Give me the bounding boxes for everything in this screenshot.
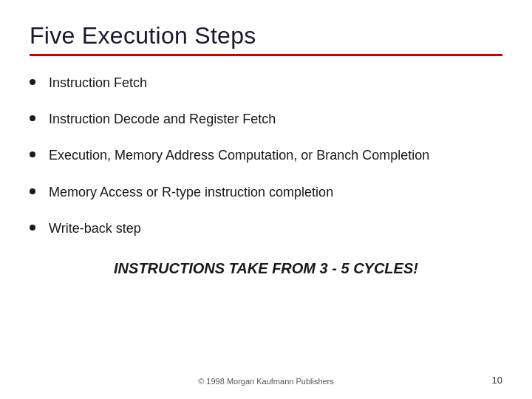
list-item: Instruction Decode and Register Fetch [30,110,502,129]
bullet-dot [30,115,35,121]
list-item: Memory Access or R-type instruction comp… [30,183,502,202]
bullet-text-3: Execution, Memory Address Computation, o… [49,146,429,165]
bullet-text-5: Write-back step [49,219,141,238]
bullet-dot [30,151,35,157]
list-item: Execution, Memory Address Computation, o… [30,146,502,165]
red-divider [30,54,502,56]
bullet-text-2: Instruction Decode and Register Fetch [49,110,276,129]
bullet-dot [30,79,35,85]
bullet-text-4: Memory Access or R-type instruction comp… [49,183,333,202]
bullet-list: Instruction Fetch Instruction Decode and… [30,74,502,238]
footer: © 1998 Morgan Kaufmann Publishers [0,377,532,386]
slide-title: Five Execution Steps [30,22,502,50]
copyright-text: © 1998 Morgan Kaufmann Publishers [198,377,334,386]
callout-text: INSTRUCTIONS TAKE FROM 3 - 5 CYCLES! [30,260,502,277]
bullet-dot [30,188,35,194]
list-item: Instruction Fetch [30,74,502,92]
title-section: Five Execution Steps [30,22,502,56]
page-number: 10 [492,375,502,386]
bullet-dot [30,225,35,231]
list-item: Write-back step [30,219,502,238]
slide: Five Execution Steps Instruction Fetch I… [0,0,532,399]
bullet-text-1: Instruction Fetch [49,74,147,92]
